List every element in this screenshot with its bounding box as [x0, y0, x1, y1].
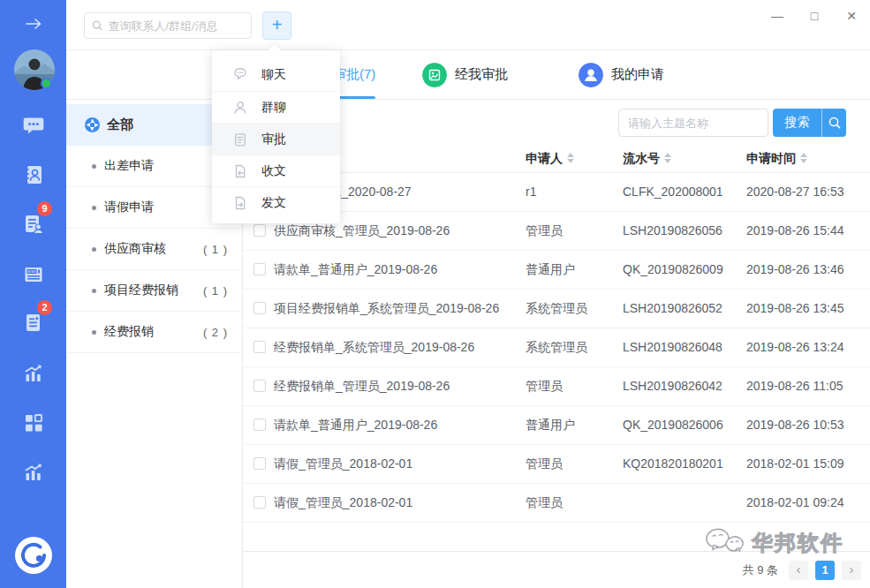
row-checkbox[interactable] [253, 302, 266, 314]
cell-time: 2018-02-01 15:09 [746, 445, 844, 483]
bullet-icon [92, 289, 96, 293]
prev-page-button[interactable]: ‹ [789, 561, 808, 580]
reviewed-by-me-icon [422, 63, 447, 87]
close-button[interactable]: ✕ [844, 5, 859, 26]
tab-label: 我的申请 [611, 66, 664, 83]
sidebar-item-apps[interactable] [0, 411, 66, 434]
sidebar-item-approvals[interactable] [0, 213, 66, 236]
menu-item-group-chat[interactable]: 群聊 [212, 91, 340, 123]
cell-subject: 项目经费报销单_系统管理员_2019-08-26 [274, 290, 499, 328]
column-header-serial[interactable]: 流水号 [623, 143, 671, 173]
cell-subject: 经费报销单_系统管理员_2019-08-26 [274, 328, 474, 366]
table-row[interactable]: 经费报销单_系统管理员_2019-08-26 系统管理员 LSH20190826… [243, 328, 870, 367]
sidebar-item-messages[interactable] [0, 114, 66, 137]
menu-item-receive-doc[interactable]: 收文 [212, 155, 340, 186]
tab-reviewed-by-me[interactable]: 经我审批 [422, 50, 508, 99]
sidebar-item-reports[interactable] [0, 312, 66, 335]
tab-label: 经我审批 [455, 66, 508, 83]
sort-carets-icon[interactable] [800, 153, 807, 163]
sort-carets-icon[interactable] [567, 153, 574, 163]
menu-item-label: 群聊 [261, 100, 286, 116]
online-status-dot [41, 78, 52, 89]
column-header-applicant[interactable]: 申请人 [526, 143, 574, 173]
approval-clipboard-icon [232, 132, 248, 147]
app-logo[interactable] [13, 535, 54, 576]
row-checkbox[interactable] [253, 224, 266, 237]
sidebar-item-analytics[interactable] [0, 461, 66, 484]
sort-carets-icon[interactable] [664, 153, 671, 163]
cell-applicant: 系统管理员 [526, 290, 587, 328]
cell-time: 2019-08-26 10:53 [746, 406, 844, 444]
sidebar-item-news[interactable]: NEW [0, 263, 66, 286]
row-checkbox[interactable] [253, 263, 266, 275]
bullet-icon [92, 247, 96, 252]
receive-doc-icon [232, 163, 248, 179]
minimize-button[interactable]: — [769, 5, 785, 26]
table-row[interactable]: 请假_管理员_2018-02-01 管理员 KQ201820180201 201… [243, 445, 870, 484]
cell-time: 2020-08-27 16:53 [746, 173, 844, 211]
tab-my-applications[interactable]: 我的申请 [579, 50, 664, 99]
row-checkbox[interactable] [253, 380, 266, 392]
cell-time: 2019-08-26 13:45 [746, 290, 844, 328]
table-row[interactable]: 经费报销单_管理员_2019-08-26 管理员 LSH20190826042 … [243, 367, 870, 406]
header-label: 申请人 [526, 143, 563, 173]
row-checkbox[interactable] [253, 418, 266, 431]
table-row[interactable]: 项目经费报销单_系统管理员_2019-08-26 系统管理员 LSH201908… [243, 290, 870, 328]
column-header-time[interactable]: 申请时间 [746, 143, 807, 173]
row-checkbox[interactable] [253, 341, 266, 353]
cell-subject: 经费报销单_管理员_2019-08-26 [274, 367, 450, 405]
menu-item-send-doc[interactable]: 发文 [212, 186, 340, 218]
search-button-group: 搜索 [773, 109, 846, 137]
cell-time: 2019-08-26 15:44 [746, 212, 844, 250]
sidebar-item-statistics[interactable] [0, 362, 66, 385]
contact-search-box[interactable] [84, 12, 252, 39]
news-icon: NEW [22, 263, 45, 286]
advanced-search-button[interactable] [822, 116, 846, 130]
cell-serial: QK_20190826009 [623, 251, 723, 289]
cell-serial: LSH20190826048 [623, 328, 722, 366]
row-checkbox[interactable] [253, 496, 266, 509]
topic-search-input[interactable] [618, 109, 768, 137]
maximize-button[interactable]: □ [806, 5, 822, 26]
window-controls: — □ ✕ [769, 5, 859, 26]
category-count: ( 1 ) [203, 243, 228, 256]
table-row[interactable]: 请款单_普通用户_2019-08-26 普通用户 QK_20190826009 … [243, 251, 870, 290]
category-label: 出差申请 [104, 158, 154, 174]
menu-item-approval[interactable]: 审批 [212, 123, 340, 155]
top-bar: + — □ ✕ [66, 0, 870, 50]
next-page-button[interactable]: › [842, 561, 861, 580]
header-label: 流水号 [623, 143, 660, 173]
approval-doc-icon [22, 213, 45, 236]
table-row[interactable]: 请假_管理员_2018-02-01 管理员 2018-02-01 09:24 [243, 484, 870, 523]
create-new-button[interactable]: + [262, 11, 291, 40]
category-count: ( 2 ) [203, 326, 228, 339]
sidebar-item-contacts[interactable] [0, 163, 66, 186]
search-button[interactable]: 搜索 [773, 115, 821, 131]
menu-item-label: 聊天 [261, 67, 286, 83]
expand-arrow-icon[interactable] [0, 16, 66, 35]
cell-applicant: 系统管理员 [526, 328, 587, 366]
cell-subject: 请假_管理员_2018-02-01 [274, 484, 412, 522]
category-project-expense[interactable]: 项目经费报销 ( 1 ) [66, 270, 242, 312]
cell-applicant: 管理员 [526, 445, 563, 483]
bullet-icon [92, 330, 96, 335]
total-count: 共 9 条 [743, 562, 778, 578]
row-checkbox[interactable] [253, 457, 266, 470]
contact-search-input[interactable] [109, 19, 245, 33]
cell-applicant: 管理员 [526, 484, 563, 522]
cell-applicant: 管理员 [526, 367, 563, 405]
menu-item-chat[interactable]: 聊天 [212, 59, 340, 91]
cell-time: 2019-08-26 13:46 [746, 251, 844, 289]
page-number-button[interactable]: 1 [815, 561, 835, 580]
cell-subject: 请款单_普通用户_2019-08-26 [274, 251, 437, 289]
cell-serial: LSH20190826052 [623, 290, 722, 328]
category-supplier-review[interactable]: 供应商审核 ( 1 ) [66, 229, 242, 270]
table-row[interactable]: 请款单_普通用户_2019-08-26 普通用户 QK_20190826006 … [243, 406, 870, 445]
search-icon [92, 19, 103, 32]
cell-serial: LSH20190826056 [623, 212, 722, 250]
bar-chart-icon [22, 461, 45, 484]
bar-chart-icon [22, 362, 45, 385]
menu-item-label: 收文 [261, 163, 286, 179]
cell-time: 2018-02-01 09:24 [746, 484, 844, 522]
category-expense[interactable]: 经费报销 ( 2 ) [66, 312, 242, 353]
